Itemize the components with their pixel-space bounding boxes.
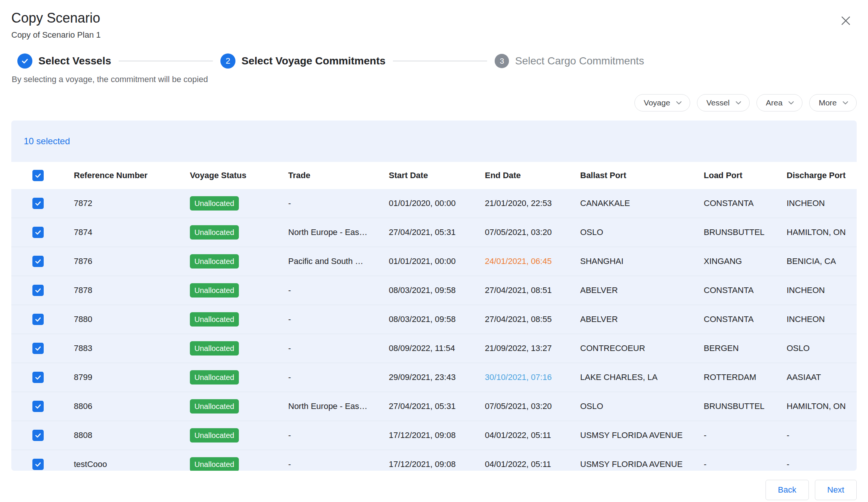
row-ballast-port: USMSY FLORIDA AVENUE: [580, 459, 704, 469]
row-discharge-port: OSLO: [787, 343, 857, 353]
close-icon: [839, 14, 852, 27]
row-checkbox[interactable]: [32, 430, 44, 441]
step-select-cargo-commitments[interactable]: 3 Select Cargo Commitments: [495, 54, 644, 68]
row-discharge-port: HAMILTON, ON: [787, 401, 857, 411]
row-discharge-port: -: [787, 459, 857, 469]
table-row: testCooo Unallocated - 17/12/2021, 09:08…: [11, 450, 857, 471]
row-checkbox[interactable]: [32, 314, 44, 325]
row-trade: -: [288, 314, 389, 324]
filter-voyage-label: Voyage: [644, 98, 670, 107]
step-number-badge: 3: [495, 54, 509, 68]
row-trade: -: [288, 198, 389, 208]
table-row: 7880 Unallocated - 08/03/2021, 09:58 27/…: [11, 305, 857, 334]
row-load-port: BRUNSBUTTEL: [704, 227, 787, 237]
row-reference-number: 7883: [74, 343, 190, 353]
row-end-date: 30/10/2021, 07:16: [485, 372, 580, 382]
chevron-down-icon: [788, 101, 795, 105]
chevron-down-icon: [675, 101, 682, 105]
column-header-end-date: End Date: [485, 171, 580, 180]
row-load-port: CONSTANTA: [704, 198, 787, 208]
row-reference-number: 7876: [74, 256, 190, 266]
row-reference-number: 7880: [74, 314, 190, 324]
row-end-date: 24/01/2021, 06:45: [485, 256, 580, 266]
row-end-date: 27/04/2021, 08:55: [485, 314, 580, 324]
voyage-status-badge: Unallocated: [190, 341, 239, 356]
row-ballast-port: USMSY FLORIDA AVENUE: [580, 430, 704, 440]
row-reference-number: 8799: [74, 372, 190, 382]
row-discharge-port: INCHEON: [787, 314, 857, 324]
column-header-voyage-status: Voyage Status: [190, 171, 288, 180]
title-block: Copy Scenario Copy of Scenario Plan 1: [11, 10, 101, 40]
row-end-date: 04/01/2022, 05:11: [485, 430, 580, 440]
step-select-voyage-commitments[interactable]: 2 Select Voyage Commitments: [220, 53, 385, 69]
stepper-connector: [393, 61, 487, 61]
voyage-commitments-table: 10 selected Reference Number Voyage Stat…: [11, 121, 857, 471]
table-row: 8806 Unallocated North Europe - Eas… 27/…: [11, 392, 857, 421]
row-discharge-port: -: [787, 430, 857, 440]
column-header-reference-number: Reference Number: [74, 171, 190, 180]
dialog-header: Copy Scenario Copy of Scenario Plan 1: [0, 0, 868, 40]
filter-voyage-button[interactable]: Voyage: [634, 94, 690, 111]
row-checkbox[interactable]: [32, 343, 44, 354]
column-header-trade: Trade: [288, 171, 389, 180]
column-header-load-port: Load Port: [704, 171, 787, 180]
row-discharge-port: INCHEON: [787, 198, 857, 208]
table-body: 7872 Unallocated - 01/01/2020, 00:00 21/…: [11, 189, 857, 471]
column-header-start-date: Start Date: [389, 171, 485, 180]
row-reference-number: 7878: [74, 285, 190, 295]
row-load-port: BRUNSBUTTEL: [704, 401, 787, 411]
select-all-checkbox[interactable]: [32, 170, 44, 181]
row-start-date: 01/01/2020, 00:00: [389, 198, 485, 208]
copy-scenario-dialog: Copy Scenario Copy of Scenario Plan 1 Se…: [0, 0, 868, 500]
row-trade: North Europe - Eas…: [288, 401, 389, 411]
row-end-date: 21/01/2020, 22:53: [485, 198, 580, 208]
step-label-select-cargo-commitments: Select Cargo Commitments: [515, 55, 644, 67]
column-header-discharge-port: Discharge Port: [787, 171, 857, 180]
row-checkbox[interactable]: [32, 198, 44, 209]
filter-area-button[interactable]: Area: [756, 94, 802, 111]
row-load-port: CONSTANTA: [704, 285, 787, 295]
row-checkbox[interactable]: [32, 227, 44, 238]
row-reference-number: 7874: [74, 227, 190, 237]
filter-bar: Voyage Vessel Area More: [0, 94, 868, 111]
column-header-ballast-port: Ballast Port: [580, 171, 704, 180]
row-checkbox[interactable]: [32, 256, 44, 267]
row-ballast-port: ABELVER: [580, 285, 704, 295]
step-select-vessels[interactable]: Select Vessels: [17, 53, 111, 69]
filter-vessel-button[interactable]: Vessel: [697, 94, 750, 111]
row-checkbox[interactable]: [32, 401, 44, 412]
dialog-subtitle: Copy of Scenario Plan 1: [11, 30, 101, 40]
row-start-date: 01/01/2021, 00:00: [389, 256, 485, 266]
row-start-date: 27/04/2021, 05:31: [389, 401, 485, 411]
row-trade: -: [288, 372, 389, 382]
step-label-select-voyage-commitments: Select Voyage Commitments: [241, 55, 385, 67]
table-row: 7878 Unallocated - 08/03/2021, 09:58 27/…: [11, 276, 857, 305]
row-end-date: 07/05/2021, 03:20: [485, 227, 580, 237]
row-trade: North Europe - Eas…: [288, 227, 389, 237]
row-reference-number: 8808: [74, 430, 190, 440]
row-ballast-port: SHANGHAI: [580, 256, 704, 266]
page-title: Copy Scenario: [11, 10, 101, 26]
row-load-port: BERGEN: [704, 343, 787, 353]
row-discharge-port: BENICIA, CA: [787, 256, 857, 266]
row-trade: -: [288, 343, 389, 353]
row-start-date: 08/03/2021, 09:58: [389, 314, 485, 324]
row-start-date: 29/09/2021, 23:43: [389, 372, 485, 382]
row-load-port: CONSTANTA: [704, 314, 787, 324]
row-checkbox[interactable]: [32, 285, 44, 296]
row-checkbox[interactable]: [32, 459, 44, 470]
table-row: 7872 Unallocated - 01/01/2020, 00:00 21/…: [11, 189, 857, 218]
stepper: Select Vessels 2 Select Voyage Commitmen…: [0, 53, 868, 69]
row-checkbox[interactable]: [32, 372, 44, 383]
close-button[interactable]: [837, 12, 854, 29]
hint-text: By selecting a voyage, the commitment wi…: [0, 75, 868, 84]
filter-more-button[interactable]: More: [809, 94, 857, 111]
row-reference-number: 8806: [74, 401, 190, 411]
table-row: 7883 Unallocated - 08/09/2022, 11:54 21/…: [11, 334, 857, 363]
row-end-date: 04/01/2022, 05:11: [485, 459, 580, 469]
row-load-port: -: [704, 430, 787, 440]
back-button[interactable]: Back: [766, 480, 809, 500]
filter-more-label: More: [819, 98, 837, 107]
next-button[interactable]: Next: [815, 480, 857, 500]
row-reference-number: testCooo: [74, 459, 190, 469]
